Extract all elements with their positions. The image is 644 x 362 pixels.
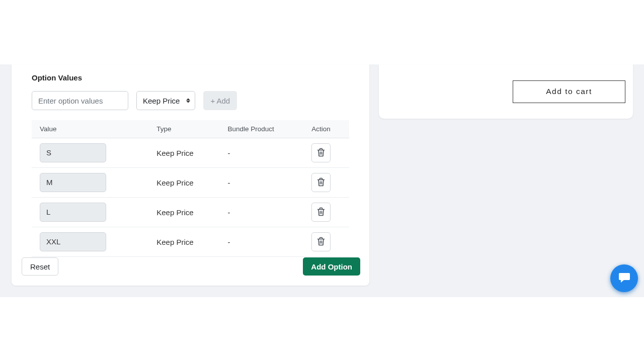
col-header-type: Type (148, 120, 219, 138)
trash-icon (317, 237, 325, 247)
price-type-select[interactable]: Keep Price (136, 91, 195, 110)
price-type-select-button[interactable]: Keep Price (136, 91, 195, 110)
value-pill[interactable]: M (40, 173, 106, 192)
price-type-select-label: Keep Price (143, 97, 180, 105)
chat-icon (618, 272, 631, 286)
option-values-card: Option Values Keep Price + Add Value Typ… (12, 64, 369, 286)
chat-launcher[interactable] (610, 264, 638, 292)
add-option-button[interactable]: Add Option (303, 257, 360, 276)
option-values-table: Value Type Bundle Product Action S Keep … (32, 120, 349, 257)
add-to-cart-button[interactable]: Add to cart (513, 80, 625, 103)
delete-row-button[interactable] (311, 203, 331, 222)
value-pill[interactable]: L (40, 203, 106, 222)
cart-card: Add to cart (379, 64, 633, 119)
row-type: Keep Price (148, 227, 219, 257)
delete-row-button[interactable] (311, 232, 331, 251)
col-header-value: Value (32, 120, 148, 138)
delete-row-button[interactable] (311, 143, 331, 162)
row-bundle: - (220, 227, 304, 257)
row-type: Keep Price (148, 168, 219, 198)
option-value-input[interactable] (32, 91, 128, 110)
table-row: M Keep Price - (32, 168, 349, 198)
trash-icon (317, 207, 325, 218)
option-values-input-row: Keep Price + Add (32, 91, 349, 110)
row-bundle: - (220, 198, 304, 227)
row-type: Keep Price (148, 198, 219, 227)
delete-row-button[interactable] (311, 173, 331, 192)
col-header-action: Action (303, 120, 349, 138)
trash-icon (317, 177, 325, 188)
row-bundle: - (220, 168, 304, 198)
value-pill[interactable]: S (40, 143, 106, 162)
table-row: S Keep Price - (32, 138, 349, 168)
col-header-bundle: Bundle Product (220, 120, 304, 138)
row-bundle: - (220, 138, 304, 168)
trash-icon (317, 148, 325, 158)
card-footer: Reset Add Option (22, 257, 360, 276)
table-row: L Keep Price - (32, 198, 349, 227)
option-values-title: Option Values (32, 73, 349, 82)
reset-button[interactable]: Reset (22, 257, 58, 276)
row-type: Keep Price (148, 138, 219, 168)
add-value-button[interactable]: + Add (203, 91, 237, 110)
value-pill[interactable]: XXL (40, 232, 106, 251)
table-row: XXL Keep Price - (32, 227, 349, 257)
